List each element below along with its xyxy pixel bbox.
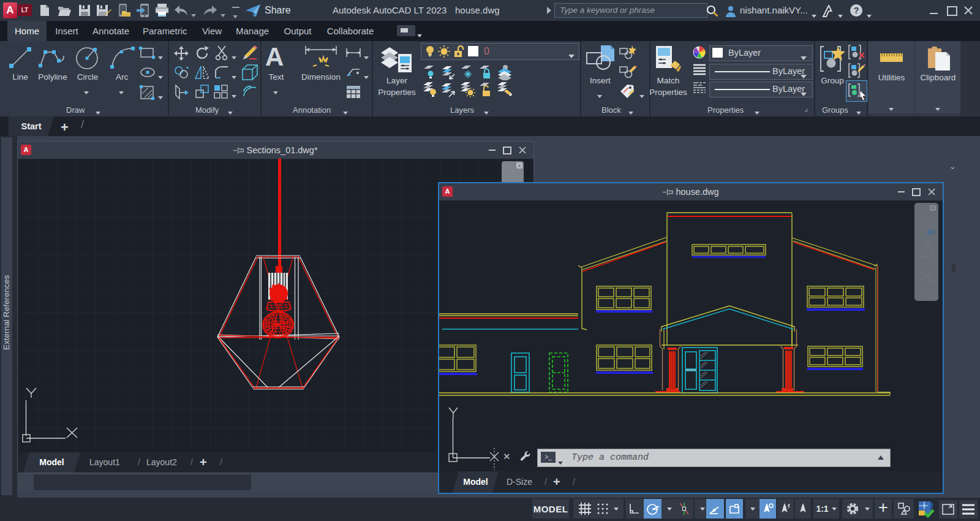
svg-text:2D: 2D — [927, 229, 935, 236]
